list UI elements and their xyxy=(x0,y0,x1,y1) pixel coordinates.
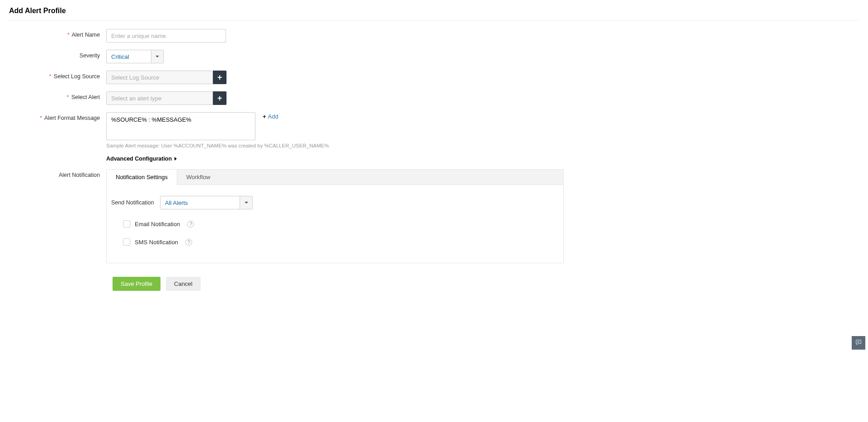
notification-panel: Notification Settings Workflow Send Noti… xyxy=(106,169,564,263)
format-message-input[interactable] xyxy=(106,112,255,140)
chevron-down-icon xyxy=(151,50,163,63)
severity-value: Critical xyxy=(107,50,151,63)
page-title: Add Alert Profile xyxy=(9,7,859,15)
format-message-hint: Sample Alert message: User %ACCOUNT_NAME… xyxy=(106,143,329,148)
send-notification-value: All Alerts xyxy=(160,196,240,209)
advanced-config-toggle[interactable]: Advanced Configuration xyxy=(106,156,177,162)
add-alert-button[interactable]: + xyxy=(213,91,226,105)
label-alert-notification: Alert Notification xyxy=(9,169,106,178)
required-marker: * xyxy=(66,94,69,100)
row-advanced-config: Advanced Configuration xyxy=(9,156,859,162)
row-alert-name: * Alert Name xyxy=(9,29,859,43)
advanced-config-label: Advanced Configuration xyxy=(106,156,172,162)
email-notification-label: Email Notification xyxy=(135,221,180,228)
row-email-notification: Email Notification ? xyxy=(123,220,559,228)
label-alert-notification-text: Alert Notification xyxy=(59,172,100,178)
required-marker: * xyxy=(40,115,42,121)
email-notification-checkbox[interactable] xyxy=(123,220,130,228)
row-severity: Severity Critical xyxy=(9,50,859,63)
plus-icon: + xyxy=(263,113,266,120)
label-severity-text: Severity xyxy=(80,52,100,59)
save-profile-button[interactable]: Save Profile xyxy=(113,277,160,291)
chevron-down-icon xyxy=(240,196,252,209)
required-marker: * xyxy=(67,32,70,38)
log-source-select[interactable]: Select Log Source xyxy=(106,71,213,84)
button-row: Save Profile Cancel xyxy=(113,277,859,291)
label-severity: Severity xyxy=(9,50,106,59)
tab-header: Notification Settings Workflow xyxy=(107,170,563,185)
sms-notification-label: SMS Notification xyxy=(135,239,178,246)
help-icon[interactable]: ? xyxy=(187,221,194,228)
alert-type-placeholder: Select an alert type xyxy=(107,92,212,104)
alert-type-select[interactable]: Select an alert type xyxy=(106,91,213,105)
row-log-source: * Select Log Source Select Log Source + xyxy=(9,71,859,84)
add-variable-link[interactable]: + Add xyxy=(263,112,278,120)
row-sms-notification: SMS Notification ? xyxy=(123,238,559,246)
help-icon[interactable]: ? xyxy=(185,239,192,246)
send-notification-select[interactable]: All Alerts xyxy=(160,196,253,209)
tab-workflow[interactable]: Workflow xyxy=(177,170,219,185)
plus-icon: + xyxy=(217,73,222,82)
log-source-placeholder: Select Log Source xyxy=(107,71,212,84)
label-format-message-text: Alert Format Message xyxy=(44,115,100,121)
alert-name-input[interactable] xyxy=(106,29,226,43)
label-select-alert-text: Select Alert xyxy=(71,94,100,100)
row-select-alert: * Select Alert Select an alert type + xyxy=(9,91,859,105)
caret-right-icon xyxy=(175,157,177,161)
label-log-source-text: Select Log Source xyxy=(54,73,100,80)
row-format-message: * Alert Format Message + Add Sample Aler… xyxy=(9,112,859,148)
add-log-source-button[interactable]: + xyxy=(213,71,226,84)
plus-icon: + xyxy=(217,94,222,103)
add-link-text: Add xyxy=(268,113,278,120)
row-alert-notification: Alert Notification Notification Settings… xyxy=(9,169,859,263)
row-send-notification: Send Notification All Alerts xyxy=(111,196,559,209)
sms-notification-checkbox[interactable] xyxy=(123,238,130,246)
label-select-alert: * Select Alert xyxy=(9,91,106,100)
tab-body: Send Notification All Alerts Email Notif… xyxy=(107,185,563,263)
label-send-notification: Send Notification xyxy=(111,199,160,206)
required-marker: * xyxy=(49,73,51,80)
title-divider xyxy=(9,20,859,21)
tab-notification-settings[interactable]: Notification Settings xyxy=(107,170,177,185)
label-log-source: * Select Log Source xyxy=(9,71,106,80)
label-alert-name: * Alert Name xyxy=(9,29,106,38)
label-alert-name-text: Alert Name xyxy=(71,32,100,38)
severity-select[interactable]: Critical xyxy=(106,50,164,63)
label-format-message: * Alert Format Message xyxy=(9,112,106,121)
cancel-button[interactable]: Cancel xyxy=(166,277,200,291)
